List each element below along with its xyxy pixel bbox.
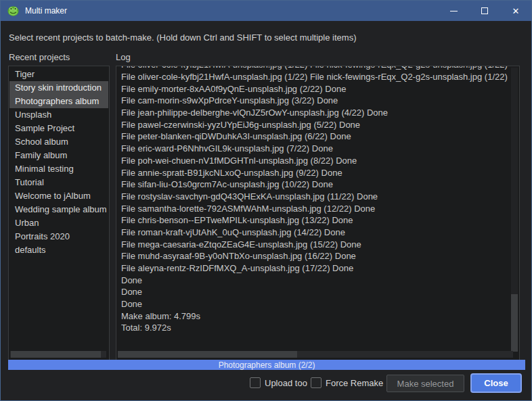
progress-bar: Photographers album (2/2)	[8, 360, 525, 370]
project-item[interactable]: Tutorial	[9, 176, 108, 189]
log-line: Make album: 4.799s	[121, 310, 510, 323]
log-line: File aleyna-rentz-RzIDFfMXQ_A-unsplash.j…	[121, 262, 510, 275]
project-item[interactable]: Minimal testing	[9, 162, 108, 176]
log-clipped-line: File oliver-cole-kyfbj21HwfA-unsplash.jp…	[121, 66, 510, 71]
log-line: File jean-philippe-delberghe-vlQnJZ5rOwY…	[121, 107, 510, 119]
project-item[interactable]: Welcome to jAlbum	[9, 189, 108, 203]
log-line: File annie-spratt-B91jkcNLxoQ-unsplash.j…	[121, 167, 510, 179]
log-line: File pawel-czerwinski-yyzUYpEiJ6g-unspla…	[121, 119, 510, 131]
upload-too-checkbox-group[interactable]: Upload too	[250, 377, 307, 388]
log-horizontal-scrollbar[interactable]	[118, 351, 513, 358]
log-line: File mega-caesaria-eZtqoZEaG4E-unsplash.…	[121, 239, 510, 251]
log-line: File eric-ward-P6NhhvGIL9k-unsplash.jpg …	[121, 143, 510, 155]
log-line: File peter-blanken-qiDWDuhkA3I-unsplash.…	[121, 131, 510, 143]
instruction-text: Select recent projects to batch-make. (H…	[9, 32, 356, 43]
project-item[interactable]: Family album	[9, 149, 108, 162]
maximize-button[interactable]	[469, 1, 500, 21]
projects-horizontal-scrollbar[interactable]	[10, 351, 106, 358]
project-item[interactable]: Urban	[9, 216, 108, 230]
close-window-button[interactable]: ✕	[500, 1, 531, 21]
log-vscroll-thumb[interactable]	[511, 294, 518, 352]
project-item[interactable]: School album	[9, 135, 108, 149]
project-item[interactable]: Story skin introduction	[9, 81, 108, 95]
log-line: Done	[121, 275, 510, 287]
force-remake-checkbox[interactable]	[311, 377, 322, 388]
log-line: File samantha-lorette-792ASMfWAhM-unspla…	[121, 203, 510, 215]
log-line: Done	[121, 298, 510, 310]
close-icon: ✕	[512, 6, 520, 16]
upload-too-checkbox[interactable]	[250, 377, 261, 388]
project-item[interactable]: Photographers album	[9, 95, 108, 108]
close-button[interactable]: Close	[470, 373, 522, 393]
multi-maker-window: Multi maker ✕ Select recent projects to …	[0, 0, 532, 401]
log-line: File poh-wei-chuen-nV1fMDGHTnl-unsplash.…	[121, 155, 510, 167]
log-line: File cam-morin-s9wXpPdrceY-unsplash.jpg …	[121, 95, 510, 107]
log-line: File muhd-asyraaf-9B-y0oNTbXo-unsplash.j…	[121, 250, 510, 262]
force-remake-checkbox-group[interactable]: Force Remake	[311, 377, 383, 388]
log-line: Done	[121, 286, 510, 298]
progress-label: Photographers album (2/2)	[219, 360, 315, 370]
log-panel[interactable]: File oliver-cole-kyfbj21HwfA-unsplash.jp…	[116, 66, 520, 360]
log-line: File emily-morter-8xAA0f9yQnE-unsplash.j…	[121, 83, 510, 95]
recent-projects-label: Recent projects	[9, 52, 70, 62]
project-item[interactable]: Unsplash	[9, 108, 108, 122]
jalbum-app-icon	[7, 5, 19, 16]
minimize-icon	[450, 11, 458, 11]
project-item[interactable]: Sample Project	[9, 122, 108, 135]
projects-hscroll-thumb[interactable]	[11, 351, 101, 358]
project-item[interactable]: Wedding sample album	[9, 203, 108, 216]
project-item[interactable]: Portraits 2020	[9, 230, 108, 243]
make-selected-button[interactable]: Make selected	[386, 375, 464, 392]
titlebar[interactable]: Multi maker ✕	[1, 1, 531, 21]
maximize-icon	[481, 7, 488, 14]
log-line: File rostyslav-savchyn-gdQ43QHExKA-unspl…	[121, 191, 510, 203]
log-line: File oliver-cole-kyfbj21HwfA-unsplash.jp…	[121, 71, 510, 83]
log-line: File roman-kraft-vjUtAhK_0uQ-unsplash.jp…	[121, 227, 510, 239]
upload-too-label: Upload too	[265, 378, 307, 388]
log-line: File sifan-liu-O1s0grcm7Ac-unsplash.jpg …	[121, 179, 510, 191]
recent-projects-list[interactable]: TigerStory skin introductionPhotographer…	[8, 66, 110, 360]
log-label: Log	[116, 52, 131, 62]
log-hscroll-thumb[interactable]	[118, 351, 297, 358]
log-vertical-scrollbar[interactable]	[511, 68, 518, 350]
project-item[interactable]: Tiger	[9, 68, 108, 81]
minimize-button[interactable]	[438, 1, 469, 21]
log-content: File oliver-cole-kyfbj21HwfA-unsplash.jp…	[121, 66, 510, 350]
force-remake-label: Force Remake	[326, 378, 383, 388]
project-item[interactable]: defaults	[9, 243, 108, 257]
log-line: Total: 9.972s	[121, 322, 510, 334]
log-line: File chris-benson--EPTweMPILk-unsplash.j…	[121, 214, 510, 227]
window-title: Multi maker	[25, 6, 67, 16]
